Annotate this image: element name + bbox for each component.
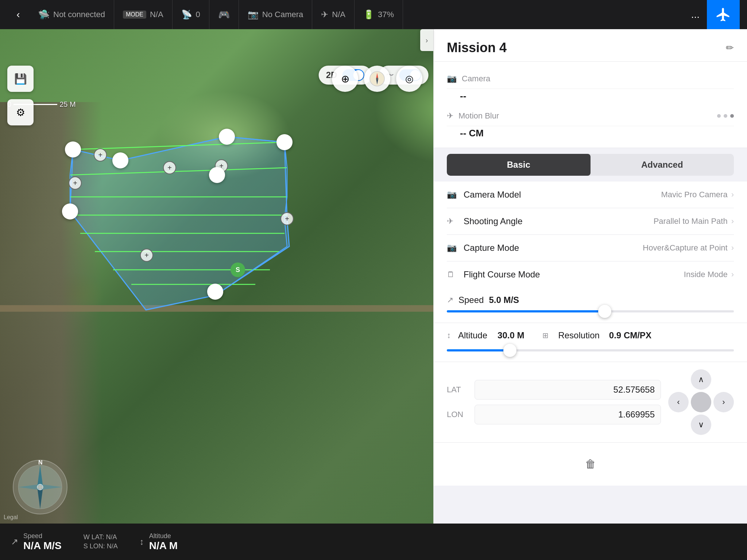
waypoint-4[interactable] [112, 152, 128, 168]
flight-course-label: Flight Course Mode [464, 269, 684, 280]
nav-right-button[interactable]: › [713, 392, 734, 412]
panel-collapse-button[interactable]: › [420, 29, 433, 51]
nav-icon: ✈ [321, 9, 328, 20]
drone-icon: 🛸 [38, 9, 50, 20]
altitude-slider-thumb[interactable] [503, 344, 516, 357]
lon-status: S LON: N/A [84, 542, 118, 550]
location-button[interactable]: ◎ [396, 66, 422, 92]
waypoint-6[interactable] [62, 203, 78, 219]
settings-section: 📷 Camera Model Mavic Pro Camera › ✈ Shoo… [434, 182, 747, 288]
speed-status: ↗ Speed N/A M/S [11, 532, 62, 552]
waypoint-2[interactable] [276, 134, 293, 150]
compass-rose: N [11, 458, 69, 516]
add-point-2[interactable]: + [163, 161, 176, 174]
motion-blur-row: ✈ Motion Blur [447, 106, 734, 126]
panel-header: Mission 4 ✏ [434, 29, 747, 62]
signal-count: 0 [196, 10, 200, 19]
dot-2 [724, 114, 727, 118]
shooting-angle-row[interactable]: ✈ Shooting Angle Parallel to Main Path › [447, 208, 734, 235]
add-point-7[interactable]: + [140, 249, 153, 262]
resolution-icon: ⊞ [542, 331, 549, 340]
add-point-6[interactable]: + [280, 212, 294, 225]
shooting-angle-label: Shooting Angle [464, 216, 654, 226]
waypoint-1[interactable] [219, 129, 235, 145]
lon-input[interactable] [475, 405, 661, 424]
compass-icon [369, 71, 385, 87]
camera-icon: 📷 [248, 9, 259, 20]
more-button[interactable]: ... [684, 9, 707, 20]
battery-value: 37% [378, 10, 394, 19]
speed-slider-fill [447, 310, 605, 312]
back-button[interactable]: ‹ [7, 9, 29, 20]
camera-model-row[interactable]: 📷 Camera Model Mavic Pro Camera › [447, 182, 734, 208]
camera-row-label: Camera [462, 74, 734, 83]
add-point-1[interactable]: + [94, 148, 107, 162]
speed-slider-thumb[interactable] [598, 305, 611, 318]
right-panel: Mission 4 ✏ 📷 Camera -- ✈ Motion Blur --… [433, 29, 747, 560]
nav-center[interactable] [691, 392, 711, 412]
motion-blur-label: Motion Blur [458, 111, 717, 121]
waypoint-7[interactable] [207, 284, 223, 300]
nav-section: ✈ N/A [312, 0, 355, 29]
svg-point-20 [37, 484, 43, 490]
nav-left-button[interactable]: ‹ [668, 392, 689, 412]
speed-slider-track[interactable] [447, 310, 734, 312]
speed-title: Speed [23, 532, 62, 540]
waypoint-5[interactable] [209, 167, 225, 183]
shooting-angle-icon: ✈ [447, 217, 458, 226]
waypoint-3[interactable] [65, 141, 81, 158]
delete-section: 🗑 [434, 443, 747, 486]
start-marker[interactable]: S [231, 262, 245, 277]
speed-icon: ↗ [447, 295, 453, 305]
lon-label: LON [447, 410, 469, 419]
camera-section: 📷 No Camera [239, 0, 312, 29]
status-bar: Legal ↗ Speed N/A M/S W LAT: N/A S LON: … [0, 524, 747, 560]
nav-down-button[interactable]: ∨ [691, 415, 711, 435]
speed-value: 5.0 M/S [489, 295, 519, 305]
capture-mode-row[interactable]: 📷 Capture Mode Hover&Capture at Point › [447, 235, 734, 261]
altitude-slider-track[interactable] [447, 349, 734, 351]
nav-up-button[interactable]: ∧ [691, 369, 711, 390]
delete-button[interactable]: 🗑 [578, 451, 603, 477]
altitude-icon: ↕ [447, 331, 451, 340]
capture-mode-label: Capture Mode [464, 243, 643, 253]
camera-model-label: Camera Model [464, 190, 661, 200]
remote-section: 🎮 [209, 0, 239, 29]
flight-course-row[interactable]: 🗒 Flight Course Mode Inside Mode › [447, 261, 734, 288]
add-point-5[interactable]: + [69, 176, 82, 190]
nav-middle-row: ‹ › [668, 392, 734, 412]
camera-row-icon: 📷 [447, 74, 457, 83]
lon-row: LON [447, 405, 661, 424]
shooting-angle-value: Parallel to Main Path [654, 217, 728, 226]
connection-section: 🛸 Not connected [29, 0, 114, 29]
coordinates-section: LAT LON ∧ ‹ › ∨ [434, 362, 747, 443]
tab-advanced[interactable]: Advanced [591, 154, 734, 176]
nav-arrows: ∧ ‹ › ∨ [668, 369, 734, 435]
fly-button[interactable] [707, 0, 740, 29]
compass-button[interactable] [364, 66, 390, 92]
speed-status-value: N/A M/S [23, 540, 62, 552]
panel-edit-button[interactable]: ✏ [726, 42, 734, 54]
battery-section: 🔋 37% [355, 0, 403, 29]
flight-course-icon: 🗒 [447, 270, 458, 279]
altitude-title: Altitude [149, 532, 178, 540]
camera-model-arrow: › [731, 190, 734, 199]
target-button[interactable]: ⊕ [332, 66, 358, 92]
signal-section: 📡 0 [173, 0, 209, 29]
capture-mode-icon: 📷 [447, 243, 458, 253]
lat-input[interactable] [475, 380, 661, 400]
mode-value: N/A [150, 10, 163, 19]
settings-button[interactable]: ⚙ [7, 99, 34, 125]
altitude-status: ↕ Altitude N/A M [140, 532, 178, 552]
capture-mode-arrow: › [731, 243, 734, 253]
tab-basic[interactable]: Basic [447, 154, 591, 176]
lat-row: LAT [447, 380, 661, 400]
save-button[interactable]: 💾 [7, 66, 34, 92]
speed-info: Speed N/A M/S [23, 532, 62, 552]
lat-status: W LAT: N/A [84, 533, 118, 541]
connection-status: Not connected [53, 10, 105, 19]
compass-rose-svg: N [11, 458, 69, 516]
tab-bar: Basic Advanced [447, 154, 734, 176]
motion-blur-value: -- CM [460, 128, 484, 139]
altitude-slider-section [434, 341, 747, 362]
